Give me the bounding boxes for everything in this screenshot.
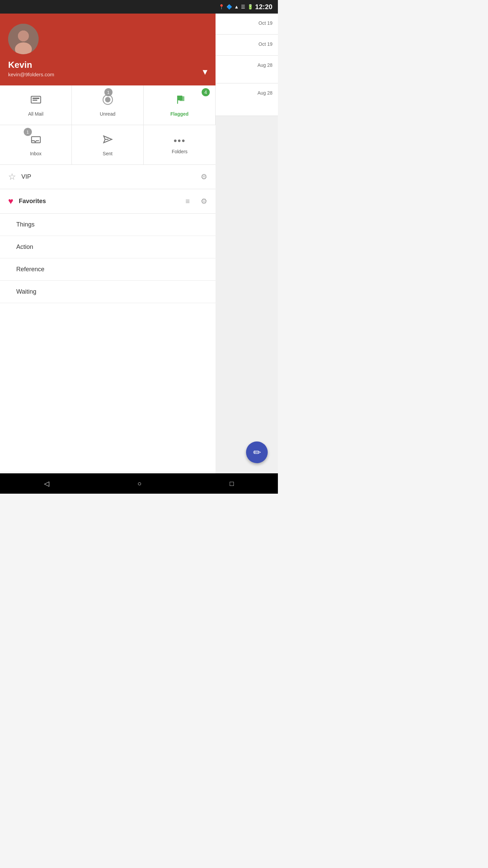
favorites-settings-icon[interactable]: ⚙ (201, 197, 207, 206)
android-navigation-bar: ◁ ○ □ (0, 473, 278, 494)
status-icons: 📍 🔷 ▲ ☰ 🔋 12:20 (219, 3, 272, 11)
email-date-3: Aug 28 (258, 62, 272, 68)
inbox-label: Inbox (30, 151, 41, 156)
email-date-2: Oct 19 (259, 41, 272, 47)
folders-label: Folders (172, 149, 188, 154)
favorites-list-icon[interactable]: ≡ (185, 197, 190, 206)
flagged-label: Flagged (170, 111, 189, 117)
bluetooth-icon: 🔷 (226, 4, 232, 9)
wifi-icon: ▲ (234, 4, 239, 9)
vip-settings-icon[interactable]: ⚙ (201, 173, 207, 181)
folder-item-reference[interactable]: Reference (0, 258, 216, 281)
folder-waiting-label: Waiting (16, 288, 36, 295)
account-dropdown-arrow[interactable]: ▾ (203, 66, 207, 77)
sent-icon (102, 133, 114, 148)
unread-label: Unread (100, 111, 116, 117)
folder-item-action[interactable]: Action (0, 236, 216, 258)
flagged-icon (174, 94, 186, 108)
favorites-label: Favorites (19, 198, 185, 205)
recents-button[interactable]: □ (230, 480, 234, 488)
location-icon: 📍 (219, 4, 224, 9)
sent-label: Sent (103, 151, 113, 156)
unread-button[interactable]: 1 Unread (72, 85, 144, 125)
folder-reference-label: Reference (16, 266, 44, 273)
user-name: Kevin (8, 60, 207, 70)
folder-item-things[interactable]: Things (0, 214, 216, 236)
all-mail-button[interactable]: All Mail (0, 85, 72, 125)
svg-rect-6 (33, 100, 37, 101)
svg-point-3 (18, 31, 29, 41)
favorites-heart-icon: ♥ (8, 196, 13, 206)
folder-action-label: Action (16, 243, 33, 250)
sim-icon: ☰ (241, 4, 245, 9)
battery-icon: 🔋 (247, 4, 253, 9)
compose-fab-button[interactable]: ✏ (246, 441, 268, 463)
navigation-drawer: Kevin kevin@9folders.com ▾ All Mail 1 Un… (0, 14, 216, 494)
unread-badge: 1 (104, 88, 113, 96)
mail-folders-grid: All Mail 1 Unread 4 Flagged 1 Inbox (0, 85, 216, 165)
vip-star-icon: ☆ (8, 172, 16, 182)
folders-icon: ••• (174, 135, 185, 146)
inbox-icon (30, 133, 42, 148)
inbox-badge: 1 (24, 128, 32, 136)
folder-things-label: Things (16, 221, 35, 228)
flagged-badge: 4 (202, 88, 210, 96)
drawer-header: Kevin kevin@9folders.com ▾ (0, 14, 216, 85)
all-mail-icon (30, 94, 42, 108)
svg-point-8 (105, 97, 110, 102)
svg-rect-10 (180, 96, 184, 101)
vip-label: VIP (21, 173, 201, 180)
svg-rect-5 (33, 98, 39, 99)
back-button[interactable]: ◁ (44, 479, 49, 488)
user-email: kevin@9folders.com (8, 72, 207, 77)
avatar (8, 24, 39, 54)
home-button[interactable]: ○ (137, 480, 141, 488)
vip-row[interactable]: ☆ VIP ⚙ (0, 165, 216, 189)
status-time: 12:20 (255, 3, 272, 11)
folders-button[interactable]: ••• Folders (144, 125, 216, 164)
sent-button[interactable]: Sent (72, 125, 144, 164)
compose-pencil-icon: ✏ (253, 447, 261, 458)
flagged-button[interactable]: 4 Flagged (144, 85, 216, 125)
email-date-1: Oct 19 (259, 20, 272, 26)
inbox-button[interactable]: 1 Inbox (0, 125, 72, 164)
email-date-4: Aug 28 (258, 90, 272, 96)
folder-item-waiting[interactable]: Waiting (0, 281, 216, 303)
all-mail-label: All Mail (28, 111, 43, 117)
favorites-row[interactable]: ♥ Favorites ≡ ⚙ (0, 189, 216, 214)
status-bar: 📍 🔷 ▲ ☰ 🔋 12:20 (0, 0, 278, 14)
